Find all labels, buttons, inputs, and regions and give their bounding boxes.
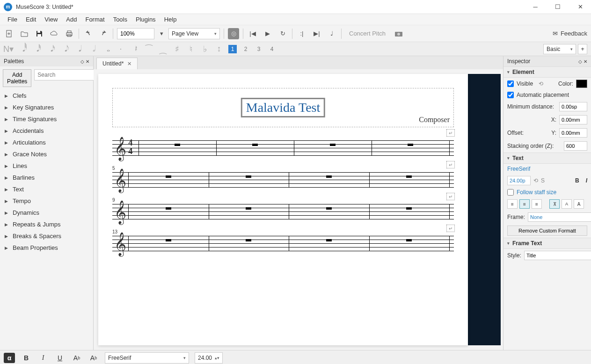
undo-icon[interactable]	[83, 28, 94, 39]
menu-plugins[interactable]: Plugins	[132, 15, 160, 24]
color-swatch[interactable]	[576, 80, 587, 88]
natural-icon[interactable]: ♮	[186, 44, 196, 54]
whole-rest[interactable]	[406, 175, 412, 178]
offset-x-input[interactable]	[559, 115, 587, 124]
subscript-button[interactable]: Ab	[71, 353, 82, 363]
palette-item-breaks-spacers[interactable]: ▶Breaks & Spacers	[0, 230, 93, 242]
system-break-icon[interactable]: ↵	[446, 225, 455, 232]
text-large-a-button[interactable]: A	[574, 199, 584, 209]
whole-rest[interactable]	[326, 239, 332, 241]
reset-icon[interactable]: ⟲	[539, 80, 543, 87]
staff-system[interactable]: 5↵𝄞	[112, 172, 454, 191]
score-page[interactable]: Malavida Test Composer ↵𝄞445↵𝄞9↵𝄞13↵𝄞	[98, 74, 468, 345]
add-palettes-button[interactable]: Add Palettes	[3, 69, 31, 87]
offset-y-input[interactable]	[559, 128, 587, 138]
frame-select[interactable]	[528, 212, 591, 222]
concert-pitch-button[interactable]: Concert Pitch	[345, 29, 389, 38]
staff[interactable]: 𝄞	[112, 236, 454, 255]
font-family-select[interactable]: FreeSerif▾	[105, 352, 189, 364]
align-center-button[interactable]: ≡	[519, 199, 530, 209]
whole-rest[interactable]	[246, 175, 251, 178]
save-icon[interactable]	[34, 28, 45, 39]
feedback-button[interactable]: ✉ Feedback	[553, 30, 587, 37]
reset-icon[interactable]: ⟲	[533, 177, 538, 184]
undock-icon[interactable]: ◇ ✕	[578, 59, 587, 64]
dot-icon[interactable]: ·	[116, 44, 125, 54]
bold-button[interactable]: B	[575, 177, 579, 184]
note-input-mode-icon[interactable]: N▾	[4, 44, 13, 54]
title-frame[interactable]: Malavida Test Composer	[112, 88, 454, 127]
staff-system[interactable]: 13↵𝄞	[112, 236, 454, 255]
voice-1-button[interactable]: 1	[228, 45, 237, 53]
add-workspace-button[interactable]: +	[578, 44, 587, 54]
whole-rest[interactable]	[326, 175, 332, 178]
italic-button[interactable]: I	[586, 177, 587, 184]
whole-rest[interactable]	[406, 207, 412, 210]
whole-rest[interactable]	[166, 207, 171, 210]
whole-note-icon[interactable]: 𝅝	[102, 44, 111, 54]
cloud-icon[interactable]	[49, 28, 60, 39]
treble-clef[interactable]: 𝄞	[114, 232, 126, 256]
repeat-end-icon[interactable]: ▶|	[311, 28, 322, 39]
menu-file[interactable]: File	[4, 15, 21, 24]
score-title[interactable]: Malavida Test	[241, 98, 325, 117]
whole-rest[interactable]	[408, 144, 413, 146]
32nd-note-icon[interactable]: 𝅘𝅥𝅰	[32, 44, 41, 54]
menu-add[interactable]: Add	[62, 15, 80, 24]
remove-formatting-button[interactable]: Remove Custom Formatt	[507, 226, 587, 236]
menu-format[interactable]: Format	[81, 15, 108, 24]
undock-icon[interactable]: ◇ ✕	[80, 59, 89, 64]
palette-item-lines[interactable]: ▶Lines	[0, 160, 93, 172]
whole-rest[interactable]	[252, 144, 258, 146]
treble-clef[interactable]: 𝄞	[114, 168, 126, 192]
sharp-icon[interactable]: ♯	[172, 44, 182, 54]
visible-checkbox[interactable]	[507, 80, 514, 87]
whole-rest[interactable]	[246, 207, 251, 210]
voice-4-button[interactable]: 4	[268, 45, 276, 53]
palette-item-tempo[interactable]: ▶Tempo	[0, 195, 93, 207]
frame-text-section-header[interactable]: ▾Frame Text	[503, 238, 591, 249]
menu-help[interactable]: Help	[161, 15, 181, 24]
palette-item-articulations[interactable]: ▶Articulations	[0, 137, 93, 148]
palette-item-dynamics[interactable]: ▶Dynamics	[0, 207, 93, 218]
print-icon[interactable]	[64, 28, 75, 39]
palette-item-beam-properties[interactable]: ▶Beam Properties	[0, 242, 93, 254]
time-signature[interactable]: 44	[128, 138, 133, 155]
minimize-button[interactable]: ─	[528, 2, 542, 12]
staff[interactable]: 𝄞44	[112, 140, 454, 159]
font-size-input[interactable]	[507, 176, 531, 185]
palette-item-grace-notes[interactable]: ▶Grace Notes	[0, 148, 93, 160]
align-right-button[interactable]: ≡	[532, 199, 542, 209]
style-s-button[interactable]: S	[541, 177, 545, 184]
treble-clef[interactable]: 𝄞	[114, 137, 126, 160]
staff-system[interactable]: ↵𝄞44	[112, 140, 454, 159]
64th-note-icon[interactable]: 𝅘𝅥𝅱	[18, 44, 27, 54]
new-file-icon[interactable]	[4, 28, 15, 39]
redo-icon[interactable]	[98, 28, 109, 39]
superscript-button[interactable]: Ab	[88, 353, 99, 363]
palette-item-time-signatures[interactable]: ▶Time Signatures	[0, 113, 93, 125]
rewind-icon[interactable]: |◀	[247, 28, 258, 39]
composer-text[interactable]: Composer	[419, 116, 450, 124]
slur-icon[interactable]: ⁔	[158, 44, 168, 54]
whole-rest[interactable]	[166, 239, 171, 241]
voice-3-button[interactable]: 3	[255, 45, 263, 53]
rest-icon[interactable]: 𝄽	[130, 44, 139, 54]
tab-untitled[interactable]: Untitled* ✕	[96, 58, 138, 69]
tie-icon[interactable]: ⁀	[144, 44, 153, 54]
close-button[interactable]: ✕	[573, 2, 587, 12]
repeat-start-icon[interactable]: :|	[296, 28, 307, 39]
palette-item-barlines[interactable]: ▶Barlines	[0, 172, 93, 183]
whole-rest[interactable]	[175, 144, 180, 146]
whole-rest[interactable]	[406, 239, 412, 241]
staff-system[interactable]: 9↵𝄞	[112, 204, 454, 223]
italic-button[interactable]: I	[37, 353, 49, 363]
style-select[interactable]	[524, 251, 591, 260]
bold-button[interactable]: B	[21, 353, 32, 363]
image-capture-icon[interactable]: ◎	[228, 28, 239, 39]
menu-edit[interactable]: Edit	[22, 15, 40, 24]
whole-rest[interactable]	[326, 207, 332, 210]
loop-icon[interactable]: ↻	[277, 28, 288, 39]
16th-note-icon[interactable]: 𝅘𝅥𝅯	[46, 44, 55, 54]
system-break-icon[interactable]: ↵	[446, 129, 455, 137]
